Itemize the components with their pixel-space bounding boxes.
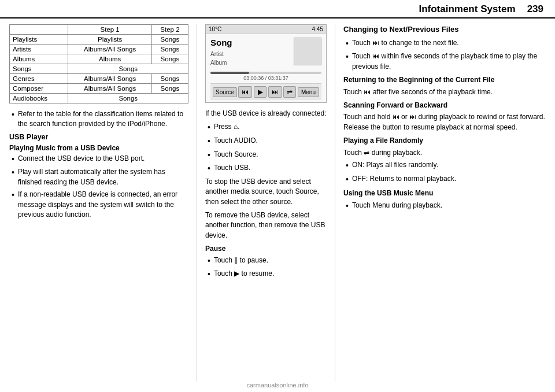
pause-bullet: • Touch ‖ to pause. bbox=[205, 256, 327, 267]
returning-body: Touch ⏮ after five seconds of the playba… bbox=[343, 87, 546, 97]
player-controls: Source ⏮ ▶ ⏭ ⇌ Menu bbox=[210, 83, 321, 100]
bullet-icon: • bbox=[12, 109, 14, 121]
bullet-icon-2: • bbox=[12, 154, 14, 165]
mid-column: 10°C 4:45 Song Artist Album 03:00:36 / bbox=[205, 24, 327, 382]
player-top-bar: 10°C 4:45 bbox=[206, 25, 326, 34]
play-button[interactable]: ▶ bbox=[254, 86, 267, 98]
prev-button[interactable]: ⏮ bbox=[238, 86, 252, 98]
bullet-mid-6: • bbox=[208, 269, 210, 280]
stop-para: To stop the USB device and select anothe… bbox=[205, 177, 327, 207]
main-content: Step 1 Step 2 PlaylistsPlaylistsSongsArt… bbox=[0, 19, 555, 387]
table-cell: Songs bbox=[68, 64, 188, 74]
table-header-step2: Step 2 bbox=[151, 25, 188, 35]
progress-bar bbox=[210, 72, 321, 74]
footer-watermark: carmanualsonline.info bbox=[0, 382, 555, 389]
playing-heading: Playing Music from a USB Device bbox=[9, 144, 188, 152]
touch-audio-text: Touch AUDIO. bbox=[214, 136, 258, 146]
pause-text: Touch ‖ to pause. bbox=[214, 256, 268, 265]
usb-menu-heading: Using the USB Music Menu bbox=[343, 188, 546, 198]
table-cell: Songs bbox=[68, 94, 188, 103]
player-time: 03:00:36 / 03:31:37 bbox=[210, 75, 321, 81]
random-heading: Playing a File Randomly bbox=[343, 136, 546, 146]
right-section-title: Changing to Next/Previous Files bbox=[343, 24, 546, 35]
usb-player-heading: USB Player bbox=[9, 133, 188, 141]
page-number: 239 bbox=[527, 3, 543, 15]
table-cell: Songs bbox=[151, 45, 188, 54]
on-bullet: • ON: Plays all files randomly. bbox=[343, 160, 546, 172]
divider-left-mid bbox=[197, 24, 197, 382]
player-clock: 4:45 bbox=[312, 26, 323, 32]
connect-text: Connect the USB device to the USB port. bbox=[18, 154, 145, 164]
touch-usb-bullet: • Touch USB. bbox=[205, 163, 327, 175]
pause-heading: Pause bbox=[205, 244, 327, 254]
touch-audio-bullet: • Touch AUDIO. bbox=[205, 136, 327, 147]
bullet-mid-5: • bbox=[208, 256, 210, 267]
table-cell: Albums/All Songs bbox=[68, 84, 151, 94]
table-row: Playlists bbox=[10, 35, 68, 45]
player-box: 10°C 4:45 Song Artist Album 03:00:36 / bbox=[205, 24, 327, 103]
prev-file-bullet: • Touch ⏮ within five seconds of the pla… bbox=[343, 51, 546, 72]
table-row: Genres bbox=[10, 74, 68, 84]
table-header-label bbox=[10, 25, 68, 35]
play-auto-bullet: • Play will start automatically after th… bbox=[9, 167, 188, 187]
press-icon: ⌂ bbox=[234, 123, 238, 131]
press-bullet: • Press ⌂. bbox=[205, 122, 327, 134]
bullet-right-3: • bbox=[346, 160, 349, 172]
returning-heading: Returning to the Beginning of the Curren… bbox=[343, 75, 546, 85]
bullet-right-2: • bbox=[346, 51, 349, 63]
table-row: Artists bbox=[10, 45, 68, 54]
bullet-mid-1: • bbox=[208, 122, 210, 134]
press-label: Press bbox=[214, 123, 234, 131]
player-temp: 10°C bbox=[209, 26, 221, 32]
bullet-icon-4: • bbox=[12, 190, 14, 201]
mid-intro: If the USB device is already connected: bbox=[205, 109, 327, 119]
player-body: Song Artist Album 03:00:36 / 03:31:37 So… bbox=[206, 34, 326, 102]
page-header: Infotainment System 239 bbox=[0, 0, 555, 19]
touch-source-text: Touch Source. bbox=[214, 150, 258, 160]
press-text: Press ⌂. bbox=[214, 122, 240, 132]
bullet-mid-4: • bbox=[208, 163, 210, 175]
remove-para: To remove the USB device, select another… bbox=[205, 210, 327, 241]
resume-text: Touch ▶ to resume. bbox=[214, 269, 274, 279]
table-cell: Songs bbox=[151, 84, 188, 94]
classification-table: Step 1 Step 2 PlaylistsPlaylistsSongsArt… bbox=[9, 24, 188, 103]
source-button[interactable]: Source bbox=[213, 87, 237, 97]
page-title: Infotainment System bbox=[419, 3, 515, 15]
nonreadable-bullet: • If a non-readable USB device is connec… bbox=[9, 190, 188, 220]
bullet-right-1: • bbox=[346, 38, 349, 50]
random-body: Touch ⇌ during playback. bbox=[343, 148, 546, 158]
resume-bullet: • Touch ▶ to resume. bbox=[205, 269, 327, 280]
bullet-right-4: • bbox=[346, 174, 349, 186]
next-button[interactable]: ⏭ bbox=[268, 86, 282, 98]
table-row: Composer bbox=[10, 84, 68, 94]
progress-fill bbox=[210, 72, 249, 74]
table-note-text: Refer to the table for the classificatio… bbox=[18, 109, 188, 130]
watermark-text: carmanualsonline.info bbox=[246, 382, 308, 389]
touch-usb-text: Touch USB. bbox=[214, 163, 250, 173]
right-column: Changing to Next/Previous Files • Touch … bbox=[343, 24, 546, 382]
left-column: Step 1 Step 2 PlaylistsPlaylistsSongsArt… bbox=[9, 24, 188, 382]
bullet-icon-3: • bbox=[12, 167, 14, 179]
scanning-heading: Scanning Forward or Backward bbox=[343, 101, 546, 110]
bullet-mid-3: • bbox=[208, 150, 210, 161]
nonreadable-text: If a non-readable USB device is connecte… bbox=[18, 190, 188, 220]
scanning-body: Touch and hold ⏮ or ⏭ during playback to… bbox=[343, 112, 546, 132]
table-cell: Playlists bbox=[68, 35, 151, 45]
play-auto-text: Play will start automatically after the … bbox=[18, 167, 188, 187]
usb-menu-text: Touch Menu during playback. bbox=[352, 201, 442, 210]
on-text: ON: Plays all files randomly. bbox=[352, 160, 438, 170]
progress-area: 03:00:36 / 03:31:37 bbox=[210, 72, 321, 81]
table-row: Albums bbox=[10, 54, 68, 64]
touch-source-bullet: • Touch Source. bbox=[205, 150, 327, 161]
mid-text: If the USB device is already connected: … bbox=[205, 109, 327, 280]
prev-file-text: Touch ⏮ within five seconds of the playb… bbox=[352, 51, 546, 72]
next-file-bullet: • Touch ⏭ to change to the next file. bbox=[343, 38, 546, 50]
table-row: Songs bbox=[10, 64, 68, 74]
table-cell: Albums/All Songs bbox=[68, 45, 151, 54]
menu-button[interactable]: Menu bbox=[298, 87, 319, 97]
off-text: OFF: Returns to normal playback. bbox=[352, 174, 456, 184]
table-cell: Albums bbox=[68, 54, 151, 64]
table-cell: Songs bbox=[151, 74, 188, 84]
shuffle-button[interactable]: ⇌ bbox=[283, 86, 296, 98]
table-cell: Songs bbox=[151, 54, 188, 64]
